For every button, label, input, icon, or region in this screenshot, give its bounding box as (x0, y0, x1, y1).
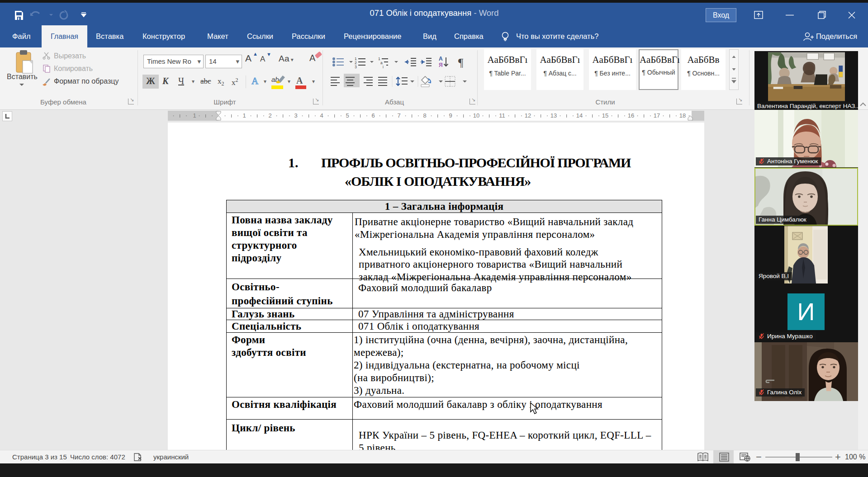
svg-text:15: 15 (602, 112, 608, 119)
svg-text:8: 8 (423, 112, 426, 119)
svg-text:1: 1 (193, 112, 196, 119)
svg-text:18: 18 (679, 112, 686, 119)
svg-text:10: 10 (473, 112, 479, 119)
svg-text:Я: Я (439, 62, 443, 68)
svg-text:i: i (383, 65, 384, 69)
svg-text:3: 3 (355, 65, 357, 69)
svg-text:¶: ¶ (458, 57, 464, 69)
svg-text:А: А (439, 56, 443, 62)
svg-text:4: 4 (320, 112, 323, 119)
svg-text:9: 9 (449, 112, 452, 119)
svg-text:1: 1 (242, 112, 246, 119)
svg-text:13: 13 (550, 112, 557, 119)
svg-text:11: 11 (499, 112, 505, 119)
svg-text:17: 17 (654, 112, 660, 119)
svg-text:3: 3 (294, 112, 297, 119)
svg-text:16: 16 (628, 112, 634, 119)
svg-text:2: 2 (268, 112, 271, 119)
svg-text:7: 7 (397, 112, 400, 119)
svg-text:12: 12 (525, 112, 531, 119)
svg-text:14: 14 (576, 112, 583, 119)
svg-text:5: 5 (346, 112, 349, 119)
svg-text:6: 6 (371, 112, 375, 119)
